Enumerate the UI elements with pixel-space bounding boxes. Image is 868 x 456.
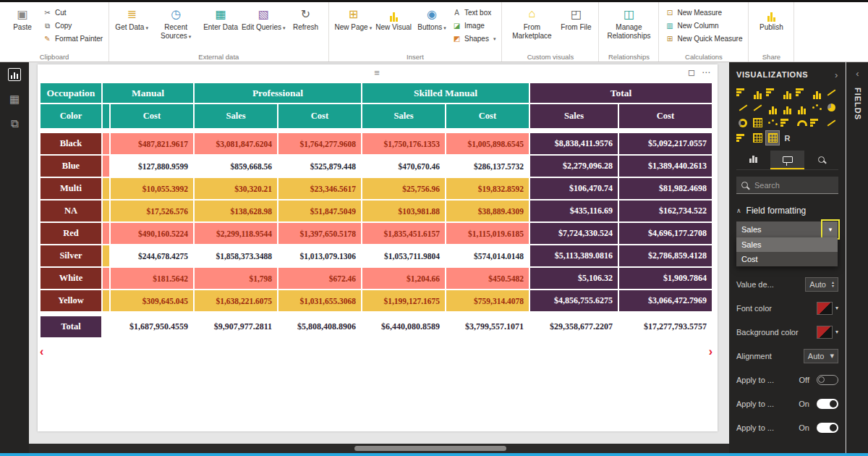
- edit-queries-button[interactable]: ▧Edit Queries▾: [242, 4, 286, 41]
- waterfall-chart-icon[interactable]: [796, 101, 809, 114]
- total-cell[interactable]: $435,116.69: [530, 200, 618, 221]
- card-icon[interactable]: [810, 116, 823, 130]
- cell[interactable]: $1,858,373.3488: [195, 245, 277, 266]
- area-chart-icon[interactable]: [736, 101, 749, 114]
- cell-sliver[interactable]: [103, 316, 109, 337]
- stacked-column-chart-icon[interactable]: [751, 85, 764, 99]
- cell[interactable]: $10,055.3992: [111, 178, 193, 199]
- caret-down-icon[interactable]: ▾: [835, 329, 838, 335]
- cell[interactable]: $5,808,408.8906: [278, 316, 361, 337]
- column-header-cost-1[interactable]: Cost: [111, 104, 193, 128]
- cell[interactable]: $138,628.98: [195, 200, 277, 221]
- cell[interactable]: $38,889.4309: [446, 200, 529, 221]
- value-de-stepper[interactable]: Auto▴▾: [805, 277, 838, 292]
- total-cell[interactable]: $1,909.7864: [619, 268, 712, 289]
- cell-sliver[interactable]: [103, 178, 109, 199]
- cell[interactable]: $51,847.5049: [278, 200, 361, 221]
- cell[interactable]: $1,638,221.6075: [195, 290, 277, 311]
- row-header-red[interactable]: Red: [41, 223, 101, 244]
- matrix-visual[interactable]: ≡ ◻ ⋯ OccupationManualProfessionalSkille…: [39, 66, 715, 364]
- total-cell[interactable]: $81,982.4698: [619, 178, 712, 199]
- fields-pane-tab[interactable]: [736, 151, 770, 168]
- r-script-visual-icon[interactable]: R: [780, 131, 793, 145]
- cell[interactable]: $3,081,847.6204: [195, 133, 277, 154]
- total-cell[interactable]: $17,277,793.5757: [619, 316, 712, 337]
- enter-data-button[interactable]: ▦Enter Data: [203, 4, 238, 41]
- cell[interactable]: $1,053,711.9804: [362, 245, 445, 266]
- cell[interactable]: $286,137.5732: [446, 156, 529, 177]
- row-header-black[interactable]: Black: [41, 133, 101, 154]
- slicer-icon[interactable]: [736, 131, 749, 145]
- focus-mode-icon[interactable]: ◻: [688, 67, 695, 77]
- format-pane-tab[interactable]: [770, 151, 804, 169]
- gauge-icon[interactable]: [796, 116, 809, 130]
- column-group-total[interactable]: Total: [530, 83, 712, 103]
- total-cell[interactable]: $3,066,472.7969: [619, 290, 712, 311]
- line-and-stacked-column-chart-icon[interactable]: [766, 101, 779, 114]
- cell[interactable]: $1,005,898.6545: [446, 133, 529, 154]
- column-header-sales-6[interactable]: Sales: [530, 104, 618, 128]
- cell[interactable]: $1,204.66: [362, 268, 445, 289]
- corner-header-color[interactable]: Color: [41, 104, 101, 128]
- cell[interactable]: $2,299,118.9544: [195, 223, 277, 244]
- cell[interactable]: $103,981.88: [362, 200, 445, 221]
- 100-stacked-bar-chart-icon[interactable]: [796, 85, 809, 99]
- scrollbar-thumb[interactable]: [354, 446, 506, 451]
- row-header-yellow[interactable]: Yellow: [41, 290, 101, 311]
- cell[interactable]: $1,835,451.6157: [362, 223, 445, 244]
- stacked-area-chart-icon[interactable]: [751, 101, 764, 114]
- more-options-icon[interactable]: ⋯: [702, 67, 710, 77]
- donut-chart-icon[interactable]: [736, 116, 749, 130]
- field-select[interactable]: Sales ▾: [736, 221, 838, 237]
- drag-handle-icon[interactable]: ≡: [374, 67, 380, 78]
- column-header-cost-3[interactable]: Cost: [278, 104, 361, 128]
- new-column-button[interactable]: ▥New Column: [665, 21, 718, 30]
- map-icon[interactable]: [766, 116, 779, 130]
- refresh-button[interactable]: ↻Refresh: [289, 4, 323, 41]
- search-input[interactable]: [753, 180, 832, 190]
- column-group-skilled-manual[interactable]: Skilled Manual: [362, 83, 529, 103]
- line-and-clustered-column-chart-icon[interactable]: [780, 101, 793, 114]
- cell[interactable]: $859,668.56: [195, 156, 277, 177]
- cell[interactable]: $1,687,950.4559: [111, 316, 193, 337]
- cell[interactable]: $244,678.4275: [111, 245, 193, 266]
- collapse-panel-icon[interactable]: ›: [835, 69, 838, 80]
- row-header-multi[interactable]: Multi: [41, 178, 101, 199]
- apply-to-toggle-5[interactable]: [817, 399, 838, 409]
- alignment-select[interactable]: Auto▾: [804, 349, 838, 363]
- analytics-pane-tab[interactable]: [804, 151, 838, 168]
- column-header-sales-4[interactable]: Sales: [362, 104, 445, 128]
- dropdown-option-sales[interactable]: Sales: [736, 237, 838, 252]
- cell[interactable]: $1,750,176.1353: [362, 133, 445, 154]
- visual-scroll-left-icon[interactable]: ‹: [40, 345, 43, 358]
- apply-to-toggle-4[interactable]: [817, 375, 838, 385]
- apply-to-toggle-6[interactable]: [817, 423, 838, 433]
- cell[interactable]: $6,440,080.8589: [362, 316, 445, 337]
- shapes-button[interactable]: ◩Shapes▾: [452, 34, 495, 43]
- line-chart-icon[interactable]: [825, 85, 838, 99]
- cell[interactable]: $1,199,127.1675: [362, 290, 445, 311]
- cell[interactable]: $17,526.576: [111, 200, 193, 221]
- 100-stacked-column-chart-icon[interactable]: [810, 85, 823, 99]
- new-quick-measure-button[interactable]: ⊞New Quick Measure: [665, 34, 742, 43]
- cell-sliver[interactable]: [103, 290, 109, 311]
- cell[interactable]: $1,031,655.3068: [278, 290, 361, 311]
- cell[interactable]: $470,670.46: [362, 156, 445, 177]
- total-cell[interactable]: $29,358,677.2207: [530, 316, 618, 337]
- cell[interactable]: $490,160.5224: [111, 223, 193, 244]
- column-header-cost-5[interactable]: Cost: [446, 104, 529, 128]
- background-color-swatch[interactable]: [817, 326, 833, 339]
- field-select-dropdown-button[interactable]: ▾: [823, 221, 838, 237]
- cell-sliver[interactable]: [103, 245, 109, 266]
- dropdown-option-cost[interactable]: Cost: [736, 252, 838, 266]
- column-header-sliver[interactable]: [103, 104, 109, 128]
- from-marketplace-button[interactable]: ⌂From Marketplace: [508, 4, 556, 41]
- cell[interactable]: $19,832.8592: [446, 178, 529, 199]
- row-header-silver[interactable]: Silver: [41, 245, 101, 266]
- column-group-manual[interactable]: Manual: [103, 83, 193, 103]
- buttons-button[interactable]: ◉Buttons▾: [415, 4, 448, 43]
- total-cell[interactable]: $2,786,859.4128: [619, 245, 712, 266]
- cell[interactable]: $309,645.045: [111, 290, 193, 311]
- total-cell[interactable]: $4,696,177.2708: [619, 223, 712, 244]
- stepper-arrows-icon[interactable]: ▴▾: [832, 281, 834, 288]
